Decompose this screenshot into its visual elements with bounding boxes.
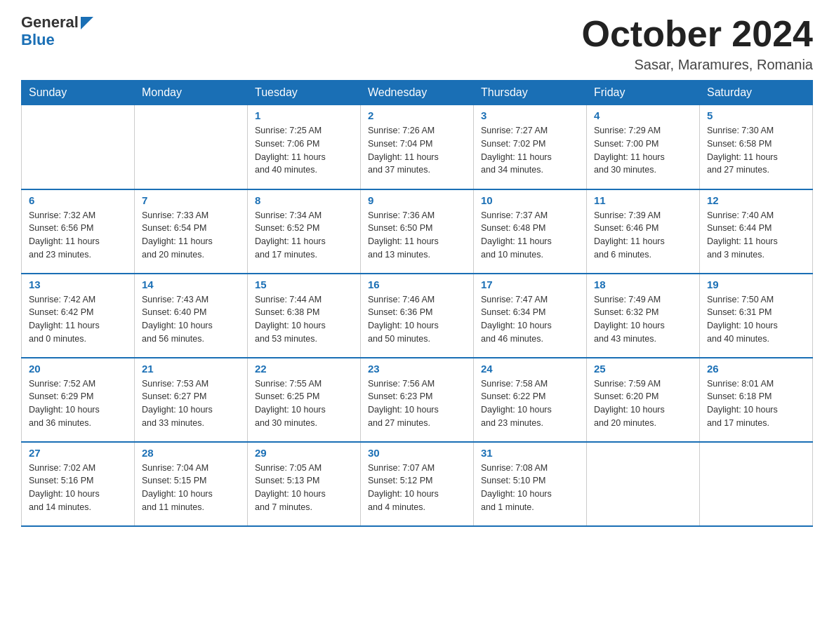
weekday-header-sunday: Sunday	[22, 81, 135, 105]
calendar-cell: 5Sunrise: 7:30 AM Sunset: 6:58 PM Daylig…	[700, 105, 813, 189]
weekday-header-saturday: Saturday	[700, 81, 813, 105]
calendar-cell: 11Sunrise: 7:39 AM Sunset: 6:46 PM Dayli…	[587, 189, 700, 274]
calendar-cell: 23Sunrise: 7:56 AM Sunset: 6:23 PM Dayli…	[361, 358, 474, 442]
logo: General Blue	[21, 14, 93, 49]
day-info: Sunrise: 7:46 AM Sunset: 6:36 PM Dayligh…	[368, 293, 466, 346]
day-info: Sunrise: 7:53 AM Sunset: 6:27 PM Dayligh…	[142, 377, 240, 430]
day-number: 26	[707, 363, 805, 375]
day-number: 14	[142, 279, 240, 290]
day-number: 8	[255, 194, 353, 206]
calendar-cell: 29Sunrise: 7:05 AM Sunset: 5:13 PM Dayli…	[248, 442, 361, 526]
day-info: Sunrise: 7:34 AM Sunset: 6:52 PM Dayligh…	[255, 209, 353, 262]
day-info: Sunrise: 7:47 AM Sunset: 6:34 PM Dayligh…	[481, 293, 579, 346]
calendar-cell: 17Sunrise: 7:47 AM Sunset: 6:34 PM Dayli…	[474, 274, 587, 358]
logo-arrow-icon	[81, 17, 93, 29]
day-number: 27	[29, 447, 127, 459]
day-info: Sunrise: 7:56 AM Sunset: 6:23 PM Dayligh…	[368, 377, 466, 430]
day-number: 17	[481, 279, 579, 290]
day-number: 20	[29, 363, 127, 375]
day-info: Sunrise: 7:27 AM Sunset: 7:02 PM Dayligh…	[481, 124, 579, 177]
day-info: Sunrise: 7:58 AM Sunset: 6:22 PM Dayligh…	[481, 377, 579, 430]
calendar-header-row: SundayMondayTuesdayWednesdayThursdayFrid…	[22, 81, 813, 105]
day-info: Sunrise: 7:40 AM Sunset: 6:44 PM Dayligh…	[707, 209, 805, 262]
calendar-cell: 28Sunrise: 7:04 AM Sunset: 5:15 PM Dayli…	[135, 442, 248, 526]
logo-text-blue: Blue	[21, 31, 55, 49]
calendar-cell: 16Sunrise: 7:46 AM Sunset: 6:36 PM Dayli…	[361, 274, 474, 358]
day-number: 21	[142, 363, 240, 375]
logo-text-general: General	[21, 14, 79, 31]
calendar-cell: 25Sunrise: 7:59 AM Sunset: 6:20 PM Dayli…	[587, 358, 700, 442]
svg-marker-0	[81, 17, 93, 29]
day-number: 9	[368, 194, 466, 206]
day-number: 4	[594, 109, 692, 121]
day-number: 31	[481, 447, 579, 459]
day-info: Sunrise: 7:32 AM Sunset: 6:56 PM Dayligh…	[29, 209, 127, 262]
calendar-week-row: 13Sunrise: 7:42 AM Sunset: 6:42 PM Dayli…	[22, 274, 813, 358]
day-info: Sunrise: 7:39 AM Sunset: 6:46 PM Dayligh…	[594, 209, 692, 262]
calendar-cell	[587, 442, 700, 526]
calendar-cell: 18Sunrise: 7:49 AM Sunset: 6:32 PM Dayli…	[587, 274, 700, 358]
calendar-cell: 10Sunrise: 7:37 AM Sunset: 6:48 PM Dayli…	[474, 189, 587, 274]
day-info: Sunrise: 7:08 AM Sunset: 5:10 PM Dayligh…	[481, 462, 579, 514]
day-number: 2	[368, 109, 466, 121]
calendar-cell: 1Sunrise: 7:25 AM Sunset: 7:06 PM Daylig…	[248, 105, 361, 189]
calendar-cell: 13Sunrise: 7:42 AM Sunset: 6:42 PM Dayli…	[22, 274, 135, 358]
day-number: 23	[368, 363, 466, 375]
page-header: General Blue October 2024 Sasar, Maramur…	[21, 14, 813, 73]
day-number: 16	[368, 279, 466, 290]
day-info: Sunrise: 7:50 AM Sunset: 6:31 PM Dayligh…	[707, 293, 805, 346]
day-number: 18	[594, 279, 692, 290]
day-number: 19	[707, 279, 805, 290]
calendar-cell: 22Sunrise: 7:55 AM Sunset: 6:25 PM Dayli…	[248, 358, 361, 442]
day-number: 12	[707, 194, 805, 206]
day-number: 22	[255, 363, 353, 375]
weekday-header-wednesday: Wednesday	[361, 81, 474, 105]
calendar-week-row: 1Sunrise: 7:25 AM Sunset: 7:06 PM Daylig…	[22, 105, 813, 189]
day-info: Sunrise: 7:25 AM Sunset: 7:06 PM Dayligh…	[255, 124, 353, 177]
day-info: Sunrise: 8:01 AM Sunset: 6:18 PM Dayligh…	[707, 377, 805, 430]
calendar-cell: 9Sunrise: 7:36 AM Sunset: 6:50 PM Daylig…	[361, 189, 474, 274]
calendar-table: SundayMondayTuesdayWednesdayThursdayFrid…	[21, 80, 813, 527]
day-info: Sunrise: 7:44 AM Sunset: 6:38 PM Dayligh…	[255, 293, 353, 346]
calendar-cell: 12Sunrise: 7:40 AM Sunset: 6:44 PM Dayli…	[700, 189, 813, 274]
calendar-cell	[135, 105, 248, 189]
day-number: 10	[481, 194, 579, 206]
calendar-cell	[700, 442, 813, 526]
calendar-cell: 26Sunrise: 8:01 AM Sunset: 6:18 PM Dayli…	[700, 358, 813, 442]
day-info: Sunrise: 7:07 AM Sunset: 5:12 PM Dayligh…	[368, 462, 466, 514]
calendar-week-row: 20Sunrise: 7:52 AM Sunset: 6:29 PM Dayli…	[22, 358, 813, 442]
day-info: Sunrise: 7:52 AM Sunset: 6:29 PM Dayligh…	[29, 377, 127, 430]
day-number: 1	[255, 109, 353, 121]
day-number: 3	[481, 109, 579, 121]
day-number: 6	[29, 194, 127, 206]
day-info: Sunrise: 7:59 AM Sunset: 6:20 PM Dayligh…	[594, 377, 692, 430]
day-info: Sunrise: 7:49 AM Sunset: 6:32 PM Dayligh…	[594, 293, 692, 346]
weekday-header-tuesday: Tuesday	[248, 81, 361, 105]
day-info: Sunrise: 7:30 AM Sunset: 6:58 PM Dayligh…	[707, 124, 805, 177]
day-number: 13	[29, 279, 127, 290]
calendar-cell	[22, 105, 135, 189]
calendar-cell: 30Sunrise: 7:07 AM Sunset: 5:12 PM Dayli…	[361, 442, 474, 526]
month-title: October 2024	[582, 14, 814, 54]
calendar-cell: 31Sunrise: 7:08 AM Sunset: 5:10 PM Dayli…	[474, 442, 587, 526]
day-info: Sunrise: 7:36 AM Sunset: 6:50 PM Dayligh…	[368, 209, 466, 262]
day-info: Sunrise: 7:33 AM Sunset: 6:54 PM Dayligh…	[142, 209, 240, 262]
calendar-cell: 2Sunrise: 7:26 AM Sunset: 7:04 PM Daylig…	[361, 105, 474, 189]
day-number: 29	[255, 447, 353, 459]
calendar-week-row: 27Sunrise: 7:02 AM Sunset: 5:16 PM Dayli…	[22, 442, 813, 526]
calendar-cell: 21Sunrise: 7:53 AM Sunset: 6:27 PM Dayli…	[135, 358, 248, 442]
day-info: Sunrise: 7:05 AM Sunset: 5:13 PM Dayligh…	[255, 462, 353, 514]
day-info: Sunrise: 7:37 AM Sunset: 6:48 PM Dayligh…	[481, 209, 579, 262]
day-number: 24	[481, 363, 579, 375]
day-info: Sunrise: 7:43 AM Sunset: 6:40 PM Dayligh…	[142, 293, 240, 346]
calendar-cell: 4Sunrise: 7:29 AM Sunset: 7:00 PM Daylig…	[587, 105, 700, 189]
day-number: 5	[707, 109, 805, 121]
weekday-header-monday: Monday	[135, 81, 248, 105]
title-block: October 2024 Sasar, Maramures, Romania	[582, 14, 814, 73]
calendar-cell: 19Sunrise: 7:50 AM Sunset: 6:31 PM Dayli…	[700, 274, 813, 358]
calendar-cell: 14Sunrise: 7:43 AM Sunset: 6:40 PM Dayli…	[135, 274, 248, 358]
weekday-header-friday: Friday	[587, 81, 700, 105]
calendar-cell: 24Sunrise: 7:58 AM Sunset: 6:22 PM Dayli…	[474, 358, 587, 442]
day-number: 15	[255, 279, 353, 290]
day-number: 11	[594, 194, 692, 206]
